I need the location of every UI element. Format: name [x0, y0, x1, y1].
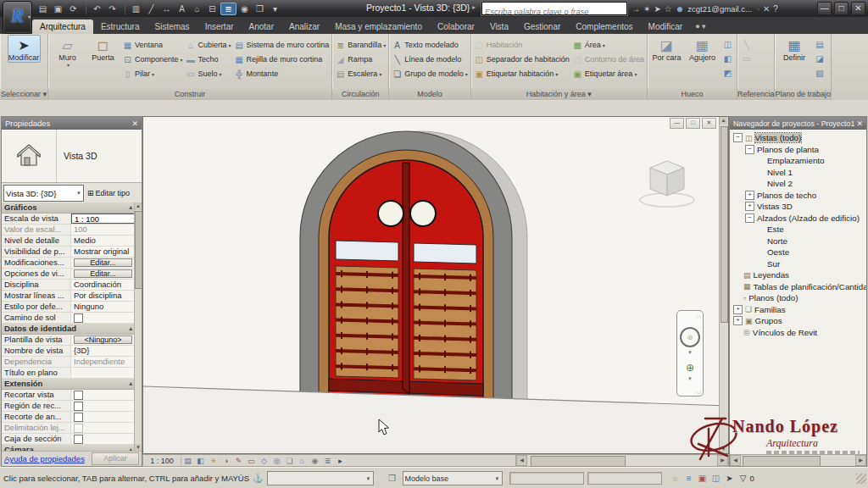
button-montante[interactable]: ╬Montante [234, 67, 330, 80]
sun-path-icon[interactable]: ☀ [207, 457, 220, 465]
modify-button[interactable]: ➤Modificar [8, 35, 41, 63]
tree-item-leyendas[interactable]: ▤Leyendas [730, 269, 866, 281]
panel-label-seleccionar[interactable]: Seleccionar ▾ [0, 89, 47, 100]
tree-item-este[interactable]: Este [730, 224, 866, 236]
press-drag-icon[interactable]: ➤ [723, 474, 737, 483]
sketchy-lines-icon[interactable]: ✎ [232, 457, 245, 465]
scroll-thumb[interactable] [531, 456, 626, 467]
crop-view-icon[interactable]: ▭ [245, 457, 258, 465]
print-icon[interactable]: ▥ [129, 3, 143, 15]
scroll-down-icon[interactable]: ▼ [720, 446, 727, 453]
panel-label-referencia[interactable]: Referencia [737, 89, 775, 100]
sync-icon[interactable]: ⟳ [66, 3, 81, 15]
property-value[interactable]: Por disciplina [71, 291, 135, 301]
save-icon[interactable]: ▣ [51, 3, 65, 15]
collapse-icon[interactable]: − [733, 133, 743, 142]
tab-arquitectura[interactable]: Arquitectura [32, 19, 93, 34]
signin-icon[interactable]: ☻ [676, 4, 685, 14]
edit-type-button[interactable]: ⊞ Editar tipo [86, 185, 140, 202]
button-techo[interactable]: ▬Techo [186, 53, 231, 66]
property-edit-button[interactable]: Editar... [74, 269, 132, 278]
section-icon[interactable]: ⊟ [205, 3, 220, 15]
aligned-dimension-icon[interactable]: ↔ [159, 3, 174, 15]
zoom-icon[interactable]: ⊕ [686, 362, 694, 374]
exchange-apps-icon[interactable]: ✕ [763, 4, 770, 14]
property-value[interactable]: 100 [71, 225, 135, 235]
qat-menu-icon[interactable]: ▾ [268, 3, 282, 15]
scroll-left-icon[interactable]: ◀ [730, 455, 741, 466]
properties-help-link[interactable]: Ayuda de propiedades [4, 454, 85, 463]
scale-control[interactable]: 1 : 100 [143, 457, 181, 465]
button-ventana[interactable]: ▦Ventana [122, 38, 183, 52]
redo-icon[interactable]: ↷ [105, 3, 120, 15]
view-minimize-icon[interactable]: — [670, 118, 684, 129]
tree-item-planos-todo-[interactable]: ▫Planos (todo) [730, 292, 866, 304]
view-restore-icon[interactable]: □ [686, 118, 700, 129]
thin-lines-icon[interactable]: ≣ [220, 3, 236, 15]
switch-windows-icon[interactable]: ❐ [253, 3, 267, 15]
panel-label-habitación-y-área[interactable]: Habitación y área ▾ [471, 89, 647, 100]
analytical-icon[interactable]: ⌂ [296, 457, 309, 465]
tree-item-sur[interactable]: Sur [730, 258, 866, 270]
panel-label-circulación[interactable]: Circulación [332, 89, 388, 100]
scroll-thumb[interactable] [721, 126, 728, 323]
panel-label-modelo[interactable]: Modelo [389, 89, 470, 100]
property-value[interactable]: Mostrar original [71, 247, 135, 257]
property-value[interactable]: Independiente [71, 357, 135, 367]
text-icon[interactable]: A [175, 3, 189, 15]
panel-label-construir[interactable]: Construir [48, 89, 331, 100]
button-área[interactable]: ▩Área▾ [572, 38, 644, 52]
button-texto-modelado[interactable]: ATexto modelado [392, 38, 468, 52]
button-etiquetar-habitación[interactable]: ▣Etiquetar habitación▾ [474, 67, 570, 80]
tab-anotar[interactable]: Anotar [242, 19, 281, 34]
tab-analizar[interactable]: Analizar [281, 19, 327, 34]
measure-icon[interactable]: ╱ [144, 3, 159, 15]
property-checkbox[interactable] [74, 435, 83, 444]
tree-item-alzados-alzado-de-edificio-[interactable]: −Alzados (Alzado de edificio) [730, 213, 866, 225]
navbar-options-icon[interactable]: ◠ [697, 314, 701, 320]
account-menu[interactable]: zcgt21@gmail.c... [687, 4, 752, 14]
editable-only-icon[interactable]: ☼ [669, 474, 682, 483]
button-línea-de-modelo[interactable]: ╲Línea de modelo [392, 53, 468, 66]
property-edit-button[interactable]: <Ninguno> [74, 336, 132, 344]
restore-button[interactable]: □ [834, 2, 849, 15]
button-grupo-de-modelo[interactable]: ❏Grupo de modelo▾ [392, 67, 468, 80]
ribbon-state-toggle-icon[interactable]: ● ▾ [690, 19, 710, 34]
tab-colaborar[interactable]: Colaborar [430, 19, 482, 34]
property-value[interactable]: Medio [71, 236, 135, 246]
tab-estructura[interactable]: Estructura [93, 19, 147, 34]
button-componente[interactable]: ⊡Componente▾ [122, 53, 183, 66]
tab-sistemas[interactable]: Sistemas [147, 19, 198, 34]
property-edit-button[interactable]: Editar... [74, 258, 132, 267]
tree-item-vistas-todo-[interactable]: −◫Vistas (todo) [730, 132, 866, 144]
button-escalera[interactable]: ▤Escalera▾ [335, 67, 386, 80]
property-checkbox[interactable] [74, 413, 83, 422]
zoom-menu-caret-icon[interactable]: ▼ [687, 376, 693, 381]
tab-vista[interactable]: Vista [482, 19, 516, 34]
scroll-thumb[interactable] [135, 211, 142, 289]
hueco-muro-icon[interactable]: ◫ [721, 38, 734, 51]
tab-modificar[interactable]: Modificar [641, 19, 691, 34]
button-rampa[interactable]: ◢Rampa [335, 53, 386, 66]
drawing-area[interactable]: —□✕ ▲ ▼ ◠ ◎ ▼ ⊕ ▼ ◡ [142, 116, 729, 454]
application-menu-button[interactable]: R ▾ [3, 1, 32, 34]
ref-plano-icon[interactable]: ▧ [813, 67, 826, 80]
exclude-options-icon[interactable]: ◫ [709, 474, 723, 483]
button-cubierta[interactable]: ⌂Cubierta▾ [186, 38, 231, 52]
mostrar-plano-icon[interactable]: ▤ [813, 38, 826, 51]
detail-level-icon[interactable]: ▤ [181, 457, 194, 465]
tree-item-familias[interactable]: +❏Familias [730, 304, 866, 316]
button-pilar[interactable]: ▯Pilar▾ [122, 67, 183, 80]
tab-masa-y-emplazamiento[interactable]: Masa y emplazamiento [327, 19, 430, 34]
scroll-up-icon[interactable]: ▲ [720, 117, 727, 125]
tree-item-vistas-3d[interactable]: +Vistas 3D [730, 201, 866, 213]
button-por-cara[interactable]: ◪Por cara [650, 35, 683, 63]
status-dropdown[interactable]: ▼ [267, 471, 374, 485]
visual-style-icon[interactable]: ◧ [194, 457, 207, 465]
design-options-icon[interactable]: ▣ [696, 474, 709, 483]
type-selector-dropdown[interactable]: Vista 3D: {3D} ▼ [3, 185, 84, 202]
tree-item-v-nculos-de-revit[interactable]: ◎Vínculos de Revit [730, 327, 866, 339]
scroll-thumb[interactable] [743, 456, 821, 467]
default-3d-view-icon[interactable]: ⌂ [190, 3, 204, 15]
tab-gestionar[interactable]: Gestionar [516, 19, 568, 34]
